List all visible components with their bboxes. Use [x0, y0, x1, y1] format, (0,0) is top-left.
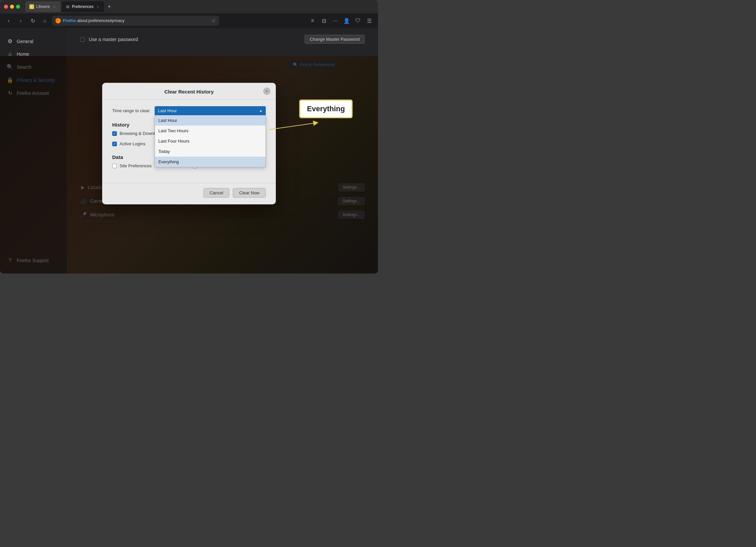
preferences-tab-label: Preferences — [72, 4, 93, 9]
time-range-label: Time range to clear: — [112, 106, 151, 113]
active-logins-checkbox[interactable]: ✓ — [112, 142, 117, 146]
general-icon: ⚙ — [7, 38, 13, 44]
modal-body: Time range to clear: Last Hour ▲ Last Ho… — [102, 100, 276, 183]
tab-lifewire[interactable]: L Lifewire × — [25, 1, 60, 12]
modal-close-button[interactable]: × — [263, 87, 270, 95]
dropdown-arrow-icon: ▲ — [259, 109, 262, 113]
sidebar-label-general: General — [17, 39, 33, 44]
traffic-lights — [4, 5, 20, 9]
modal-title: Clear Recent History — [164, 89, 214, 95]
back-button[interactable]: ‹ — [4, 16, 13, 25]
everything-callout: Everything — [299, 100, 353, 118]
extensions-icon[interactable]: 🛡 — [353, 16, 363, 25]
address-brand: Firefox — [63, 18, 76, 23]
preferences-tab-close[interactable]: × — [96, 4, 100, 9]
screenshots-icon[interactable]: ⋯ — [331, 16, 340, 25]
dropdown-item-last-two-hours[interactable]: Last Two Hours — [155, 126, 265, 136]
sidebar-item-general[interactable]: ⚙ General — [0, 35, 67, 48]
clear-history-modal: Clear Recent History × Time range to cle… — [102, 83, 276, 204]
lifewire-tab-close[interactable]: × — [52, 4, 56, 9]
menu-icon[interactable]: ☰ — [365, 16, 374, 25]
bookmarks-icon[interactable]: ≡ — [308, 16, 317, 25]
dropdown-list: Last Hour Last Two Hours Last Four Hours… — [155, 115, 266, 167]
master-password-label: Use a master password — [89, 37, 138, 42]
nav-bar: ‹ › ↻ ⌂ Firefox about:preferences#privac… — [0, 13, 378, 28]
forward-button[interactable]: › — [16, 16, 25, 25]
address-bar[interactable]: Firefox about:preferences#privacy ☆ — [52, 16, 219, 26]
active-logins-label: Active Logins — [120, 141, 145, 146]
callout-label: Everything — [307, 105, 345, 113]
selected-option-label: Last Hour — [158, 108, 177, 113]
clear-now-button[interactable]: Clear Now — [233, 188, 266, 198]
dropdown-item-last-four-hours[interactable]: Last Four Hours — [155, 136, 265, 146]
title-bar: L Lifewire × ⚙ Preferences × + — [0, 0, 378, 13]
arrow-annotation — [266, 120, 333, 140]
time-range-dropdown[interactable]: Last Hour ▲ Last Hour Last Two Hours Las… — [155, 106, 266, 115]
dropdown-item-everything[interactable]: Everything — [155, 157, 265, 167]
modal-footer: Cancel Clear Now — [102, 183, 276, 204]
browser-window: L Lifewire × ⚙ Preferences × + ‹ › ↻ ⌂ F… — [0, 0, 378, 274]
main-wrapper: 🔍 Find in Preferences ⚙ General ⌂ Home 🔍… — [0, 28, 378, 274]
master-password-row: Use a master password Change Master Pass… — [80, 35, 365, 44]
maximize-button[interactable] — [16, 5, 20, 9]
master-password-checkbox[interactable] — [80, 37, 85, 42]
svg-line-0 — [269, 123, 316, 130]
address-url: about:preferences#privacy — [77, 18, 124, 23]
bookmark-star-icon[interactable]: ☆ — [211, 18, 216, 23]
cancel-button[interactable]: Cancel — [203, 188, 229, 198]
change-master-password-button[interactable]: Change Master Password — [305, 35, 365, 44]
lifewire-tab-label: Lifewire — [36, 4, 50, 9]
add-tab-button[interactable]: + — [106, 3, 113, 10]
modal-header: Clear Recent History × — [102, 83, 276, 100]
tabs-area: L Lifewire × ⚙ Preferences × + — [25, 1, 374, 12]
dropdown-item-today[interactable]: Today — [155, 146, 265, 157]
preferences-tab-icon: ⚙ — [66, 4, 70, 9]
minimize-button[interactable] — [10, 5, 14, 9]
profile-icon[interactable]: 👤 — [342, 16, 351, 25]
dropdown-selected-value[interactable]: Last Hour ▲ — [155, 106, 266, 115]
home-button[interactable]: ⌂ — [40, 16, 49, 25]
tab-preferences[interactable]: ⚙ Preferences × — [62, 1, 104, 12]
site-prefs-checkbox[interactable] — [112, 164, 117, 168]
address-text: Firefox about:preferences#privacy — [63, 18, 209, 23]
firefox-logo-icon — [55, 18, 61, 23]
lifewire-tab-icon: L — [29, 4, 34, 9]
modal-overlay: Clear Recent History × Time range to cle… — [0, 56, 378, 274]
site-prefs-label: Site Preferences — [120, 163, 152, 168]
dropdown-item-last-hour[interactable]: Last Hour — [155, 115, 265, 126]
sidebar-icon[interactable]: ⊟ — [319, 16, 329, 25]
close-button[interactable] — [4, 5, 8, 9]
browsing-checkbox[interactable]: ✓ — [112, 131, 117, 136]
time-range-row: Time range to clear: Last Hour ▲ Last Ho… — [112, 106, 266, 115]
refresh-button[interactable]: ↻ — [28, 16, 37, 25]
nav-right-icons: ≡ ⊟ ⋯ 👤 🛡 ☰ — [308, 16, 374, 25]
